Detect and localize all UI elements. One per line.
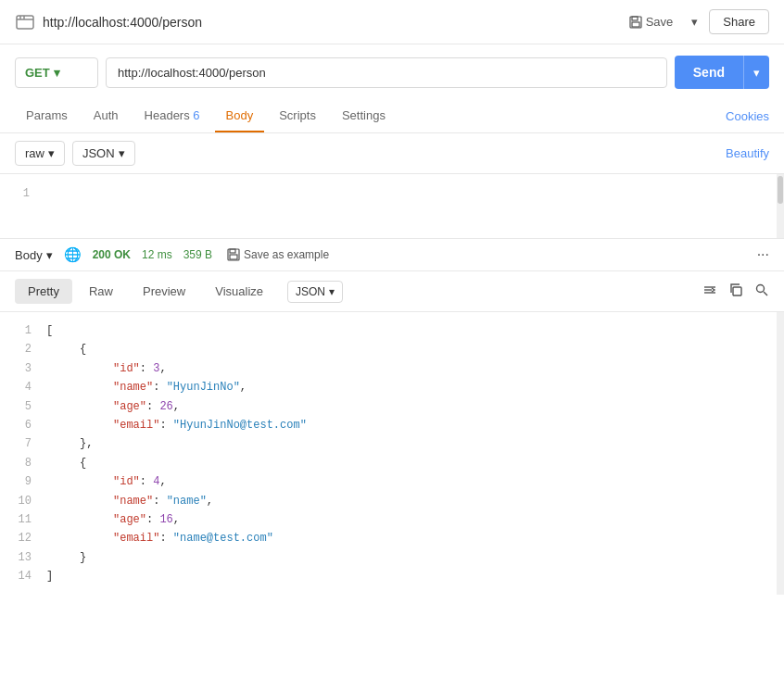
response-text: Body bbox=[15, 248, 43, 262]
response-view-tabs: Pretty Raw Preview Visualize JSON ▾ bbox=[0, 271, 784, 312]
format-chevron-icon: ▾ bbox=[48, 146, 55, 160]
request-tabs: Params Auth Headers 6 Body Scripts Setti… bbox=[0, 100, 784, 133]
resp-line-3: "id": 3, bbox=[46, 359, 769, 378]
resp-tab-preview[interactable]: Preview bbox=[130, 279, 198, 304]
resp-line-9: "id": 4, bbox=[46, 472, 769, 491]
tab-auth[interactable]: Auth bbox=[82, 100, 130, 132]
line-num-4: 4 bbox=[7, 378, 32, 396]
resp-format-chevron-icon: ▾ bbox=[329, 285, 335, 298]
line-num-8: 8 bbox=[7, 454, 32, 472]
send-btn-wrap: Send ▾ bbox=[675, 56, 769, 89]
response-time: 12 ms bbox=[142, 248, 172, 261]
save-button[interactable]: Save bbox=[622, 11, 681, 32]
editor-content[interactable] bbox=[37, 174, 777, 238]
scrollbar-thumb bbox=[778, 176, 783, 204]
send-dropdown-button[interactable]: ▾ bbox=[743, 56, 769, 89]
resp-format-label: JSON bbox=[296, 285, 325, 298]
resp-tab-visualize[interactable]: Visualize bbox=[202, 279, 276, 304]
tab-headers[interactable]: Headers 6 bbox=[133, 100, 211, 132]
method-label: GET bbox=[25, 66, 50, 80]
resp-tab-pretty[interactable]: Pretty bbox=[15, 279, 72, 304]
save-example-button[interactable]: Save as example bbox=[227, 248, 329, 261]
line-num-13: 13 bbox=[7, 548, 32, 567]
format-raw-select[interactable]: raw ▾ bbox=[15, 141, 65, 166]
resp-line-8: { bbox=[46, 454, 769, 472]
resp-line-10: "name": "name", bbox=[46, 492, 769, 510]
format-raw-label: raw bbox=[25, 146, 44, 160]
response-bar: Body ▾ 🌐 200 OK 12 ms 359 B Save as exam… bbox=[0, 239, 784, 271]
line-num-3: 3 bbox=[7, 359, 32, 378]
wrap-lines-button[interactable] bbox=[702, 283, 717, 301]
resp-actions bbox=[702, 283, 769, 301]
svg-point-14 bbox=[757, 284, 765, 292]
line-num-6: 6 bbox=[7, 416, 32, 434]
resp-line-14: ] bbox=[46, 567, 769, 585]
save-dropdown-button[interactable]: ▾ bbox=[688, 11, 702, 32]
tab-scripts[interactable]: Scripts bbox=[268, 100, 327, 132]
save-example-icon bbox=[227, 248, 240, 261]
format-bar: raw ▾ JSON ▾ Beautify bbox=[0, 133, 784, 174]
status-code: 200 OK bbox=[93, 248, 131, 261]
send-button[interactable]: Send bbox=[675, 56, 743, 89]
format-json-label: JSON bbox=[82, 146, 115, 160]
line-num-1: 1 bbox=[7, 321, 32, 340]
more-options-button[interactable]: ··· bbox=[757, 246, 769, 263]
resp-line-6: "email": "HyunJinNo@test.com" bbox=[46, 416, 769, 434]
title-bar-right: Save ▾ Share bbox=[622, 9, 769, 34]
format-json-select[interactable]: JSON ▾ bbox=[72, 141, 135, 166]
resp-line-12: "email": "name@test.com" bbox=[46, 529, 769, 547]
response-chevron-icon: ▾ bbox=[46, 248, 53, 262]
line-num-12: 12 bbox=[7, 529, 32, 547]
svg-rect-0 bbox=[17, 16, 33, 29]
url-bar: GET ▾ Send ▾ bbox=[0, 44, 784, 100]
share-button[interactable]: Share bbox=[709, 9, 769, 34]
globe-icon: 🌐 bbox=[64, 246, 82, 263]
method-select[interactable]: GET ▾ bbox=[15, 57, 98, 88]
resp-line-11: "age": 16, bbox=[46, 510, 769, 529]
tab-params[interactable]: Params bbox=[15, 100, 79, 132]
svg-line-15 bbox=[764, 292, 767, 295]
response-size: 359 B bbox=[183, 248, 212, 261]
line-num-7: 7 bbox=[7, 434, 32, 453]
title-bar-left: http://localhost:4000/person bbox=[15, 12, 202, 32]
response-code: [ { "id": 3, "name": "HyunJinNo", "age":… bbox=[39, 312, 777, 595]
app-icon bbox=[15, 12, 35, 32]
svg-rect-9 bbox=[230, 255, 237, 259]
response-line-numbers: 1 2 3 4 5 6 7 8 9 10 11 12 13 14 bbox=[0, 312, 39, 595]
response-label[interactable]: Body ▾ bbox=[15, 248, 53, 262]
url-input[interactable] bbox=[106, 57, 667, 88]
resp-line-5: "age": 26, bbox=[46, 397, 769, 416]
tab-body[interactable]: Body bbox=[215, 100, 265, 132]
line-num-9: 9 bbox=[7, 472, 32, 491]
line-num-11: 11 bbox=[7, 510, 32, 529]
method-chevron-icon: ▾ bbox=[54, 66, 60, 80]
editor-line-numbers: 1 bbox=[0, 174, 37, 238]
resp-line-1: [ bbox=[46, 321, 769, 340]
svg-rect-5 bbox=[632, 17, 638, 20]
cookies-link[interactable]: Cookies bbox=[726, 109, 769, 123]
line-num-10: 10 bbox=[7, 492, 32, 510]
resp-tab-raw[interactable]: Raw bbox=[76, 279, 126, 304]
response-scrollbar[interactable] bbox=[777, 312, 784, 595]
line-num-2: 2 bbox=[7, 340, 32, 358]
title-url: http://localhost:4000/person bbox=[43, 15, 202, 30]
copy-response-button[interactable] bbox=[728, 283, 743, 301]
resp-format-select[interactable]: JSON ▾ bbox=[287, 281, 343, 303]
title-bar: http://localhost:4000/person Save ▾ Shar… bbox=[0, 0, 784, 44]
line-num-14: 14 bbox=[7, 567, 32, 585]
svg-rect-6 bbox=[632, 22, 639, 27]
svg-rect-13 bbox=[733, 287, 741, 295]
resp-line-4: "name": "HyunJinNo", bbox=[46, 378, 769, 396]
request-editor: 1 bbox=[0, 174, 784, 239]
save-icon bbox=[629, 16, 642, 29]
json-chevron-icon: ▾ bbox=[119, 146, 125, 160]
beautify-button[interactable]: Beautify bbox=[726, 146, 769, 160]
editor-scrollbar[interactable] bbox=[777, 174, 784, 238]
resp-line-7: }, bbox=[46, 434, 769, 453]
resp-line-13: } bbox=[46, 548, 769, 567]
search-response-button[interactable] bbox=[754, 283, 769, 301]
tab-settings[interactable]: Settings bbox=[331, 100, 397, 132]
response-code-area: 1 2 3 4 5 6 7 8 9 10 11 12 13 14 [ { "id… bbox=[0, 312, 784, 595]
resp-line-2: { bbox=[46, 340, 769, 358]
svg-rect-8 bbox=[230, 249, 235, 253]
